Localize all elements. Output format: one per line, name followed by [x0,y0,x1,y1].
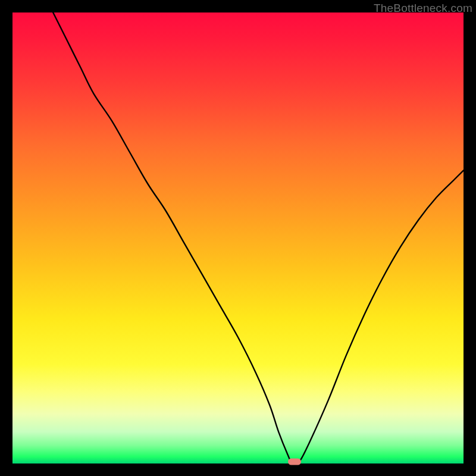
optimal-marker [288,459,301,465]
watermark-text: TheBottleneck.com [374,2,472,15]
plot-area [12,12,464,464]
bottleneck-curve [12,12,464,464]
chart-frame: TheBottleneck.com [0,0,476,476]
